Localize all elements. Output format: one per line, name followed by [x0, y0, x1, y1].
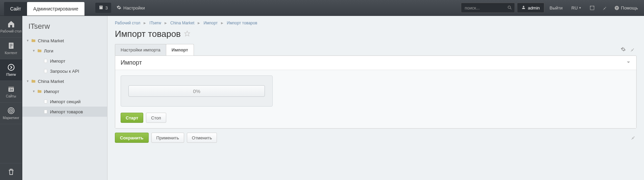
- svg-point-18: [11, 110, 11, 111]
- tab-import-settings[interactable]: Настройки импорта: [115, 44, 166, 55]
- tree-label: Импорт: [44, 89, 59, 94]
- tree-toggle-icon[interactable]: ▼: [32, 90, 36, 93]
- svg-rect-0: [99, 5, 102, 9]
- tree-label: Запросы к API: [50, 69, 79, 74]
- chevron-right-icon: ▶: [198, 21, 200, 25]
- settings-button[interactable]: Настройки: [113, 0, 149, 16]
- search-input[interactable]: [461, 3, 515, 13]
- rail-label: Сайты: [6, 94, 16, 98]
- chevron-right-icon: ▶: [165, 21, 167, 25]
- apply-button[interactable]: Применить: [151, 133, 184, 143]
- progress-container: 0%: [121, 75, 273, 107]
- rail-sites[interactable]: 24 Сайты: [0, 81, 22, 103]
- cancel-button[interactable]: Отменить: [187, 133, 217, 143]
- tree-item-import-goods[interactable]: ▼ Импорт товаров: [22, 107, 107, 117]
- breadcrumb-link[interactable]: China Market: [170, 21, 194, 25]
- target-icon: [7, 107, 15, 115]
- tree-item-import[interactable]: ▼ Импорт: [22, 86, 107, 96]
- folder-icon: [31, 79, 36, 84]
- svg-rect-5: [590, 6, 594, 9]
- tree-item-china-market-2[interactable]: ▼ China Market: [22, 76, 107, 86]
- pin-icon[interactable]: [599, 5, 610, 10]
- language-label: RU: [571, 5, 578, 10]
- tree-label: China Market: [38, 79, 64, 84]
- tree-label: Импорт товаров: [50, 109, 83, 114]
- tree-toggle-icon[interactable]: ▼: [26, 80, 30, 83]
- sidebar: ITserw ▼ China Market ▼ Логи ▼ Импорт ▼ …: [22, 16, 107, 180]
- tree-item-china-market[interactable]: ▼ China Market: [22, 36, 107, 46]
- notification-count: 3: [105, 5, 108, 10]
- start-button[interactable]: Старт: [121, 113, 143, 123]
- svg-rect-11: [10, 47, 11, 47]
- stop-button[interactable]: Стоп: [146, 113, 166, 123]
- page-title: Импорт товаров: [115, 29, 181, 39]
- progress-text: 0%: [193, 88, 200, 94]
- expand-icon[interactable]: [587, 5, 597, 10]
- gear-icon[interactable]: [619, 47, 628, 53]
- logout-link[interactable]: Выйти: [546, 5, 566, 10]
- tree-toggle-icon[interactable]: ▼: [26, 39, 30, 42]
- rail-label: Рабочий стол: [0, 29, 22, 33]
- svg-line-3: [511, 8, 512, 9]
- help-button[interactable]: ? Помощь: [612, 5, 641, 10]
- svg-marker-23: [184, 31, 190, 36]
- svg-rect-1: [100, 6, 102, 6]
- svg-rect-21: [44, 100, 47, 104]
- breadcrumbs: Рабочий стол▶ ITserw▶ China Market▶ Импо…: [107, 16, 644, 27]
- tree-item-logs[interactable]: ▼ Логи: [22, 46, 107, 56]
- notifications-button[interactable]: 3: [95, 3, 111, 13]
- user-menu-button[interactable]: admin: [517, 3, 544, 13]
- svg-text:24: 24: [9, 88, 13, 91]
- rail-desktop[interactable]: Рабочий стол: [0, 16, 22, 38]
- settings-label: Настройки: [123, 5, 145, 10]
- pin-icon[interactable]: [628, 47, 637, 53]
- rail-trash[interactable]: [0, 163, 22, 180]
- svg-point-12: [8, 64, 14, 70]
- document-icon: [7, 42, 15, 50]
- sidebar-title: ITserw: [22, 21, 107, 36]
- pin-icon[interactable]: [629, 135, 637, 141]
- tree-label: Импорт секций: [50, 99, 80, 104]
- chevron-right-icon: ▶: [144, 21, 146, 25]
- tab-import[interactable]: Импорт: [166, 44, 194, 55]
- svg-point-4: [523, 6, 524, 7]
- admin-tab[interactable]: Администрирование: [27, 2, 84, 16]
- svg-rect-19: [44, 59, 47, 63]
- calendar-icon: 24: [7, 85, 15, 93]
- search-icon[interactable]: [507, 5, 512, 11]
- rail-content[interactable]: Контент: [0, 38, 22, 59]
- site-tab[interactable]: Сайт: [4, 2, 27, 16]
- svg-rect-20: [44, 69, 47, 73]
- breadcrumb-link[interactable]: Импорт: [203, 21, 218, 25]
- tree-item-api-requests[interactable]: ▼ Запросы к API: [22, 66, 107, 76]
- rail-label: Маркетинг: [3, 116, 19, 120]
- language-button[interactable]: RU ▼: [568, 5, 585, 10]
- save-button[interactable]: Сохранить: [115, 133, 149, 143]
- star-icon[interactable]: [184, 30, 190, 38]
- gear-icon: [117, 5, 121, 11]
- svg-text:?: ?: [616, 6, 618, 9]
- progress-bar: 0%: [128, 85, 265, 97]
- panel-title: Импорт: [121, 59, 142, 66]
- svg-point-2: [508, 6, 511, 9]
- tree-label: Логи: [44, 48, 53, 53]
- tree-toggle-icon[interactable]: ▼: [32, 49, 36, 52]
- page-icon: [43, 99, 48, 104]
- breadcrumb-link[interactable]: ITserw: [149, 21, 161, 25]
- breadcrumb-link[interactable]: Импорт товаров: [227, 21, 257, 25]
- tree-item-import-sections[interactable]: ▼ Импорт секций: [22, 96, 107, 107]
- tree: ▼ China Market ▼ Логи ▼ Импорт ▼ Запросы…: [22, 36, 107, 117]
- page-icon: [43, 109, 48, 114]
- tree-item-import-log[interactable]: ▼ Импорт: [22, 56, 107, 66]
- left-rail: Рабочий стол Контент ITserw 24 Сайты Мар…: [0, 16, 22, 180]
- page-icon: [43, 59, 48, 63]
- rail-itserw[interactable]: ITserw: [0, 59, 22, 81]
- folder-icon: [31, 38, 36, 43]
- user-icon: [521, 5, 526, 10]
- trash-icon: [7, 168, 15, 176]
- collapse-icon[interactable]: [626, 59, 631, 66]
- folder-icon: [37, 89, 42, 94]
- rail-marketing[interactable]: Маркетинг: [0, 103, 22, 124]
- breadcrumb-link[interactable]: Рабочий стол: [115, 21, 140, 25]
- svg-rect-10: [10, 45, 13, 46]
